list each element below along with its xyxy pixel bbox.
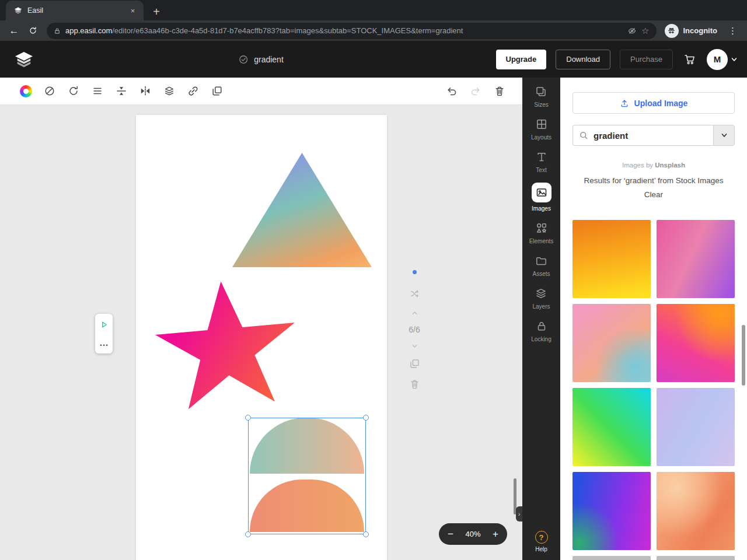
sidebar-collapse-handle[interactable]: ›: [516, 506, 522, 522]
stock-image-thumbnail-10[interactable]: [657, 556, 735, 560]
tab-close-icon[interactable]: ×: [128, 6, 138, 16]
app-body: … 6/6 − 40% + › SizesLayoutsTextImagesEl…: [0, 78, 747, 560]
eye-off-icon[interactable]: [627, 26, 637, 36]
upload-image-button[interactable]: Upload Image: [573, 92, 735, 114]
page-indicator: 6/6: [409, 325, 420, 334]
layers-icon: [163, 85, 175, 97]
artboard[interactable]: [136, 115, 387, 560]
sidebar-item-label: Locking: [531, 336, 551, 342]
assets-icon: [534, 254, 548, 268]
stock-image-thumbnail-6[interactable]: [657, 388, 735, 466]
chevron-down-icon: [731, 56, 738, 63]
zoom-in-button[interactable]: +: [493, 529, 498, 539]
align-middle-button[interactable]: [115, 85, 128, 97]
duplicate-page-icon[interactable]: [409, 358, 420, 369]
color-wheel-button[interactable]: [19, 85, 32, 97]
layouts-icon: [535, 117, 549, 131]
bookmark-star-icon[interactable]: ☆: [641, 26, 649, 35]
browser-menu-icon[interactable]: ⋮: [724, 26, 741, 36]
sidebar-item-images[interactable]: Images: [532, 183, 551, 212]
resize-handle-bottom-right[interactable]: [363, 531, 369, 537]
delete-page-icon[interactable]: [409, 379, 420, 390]
redo-icon: [470, 85, 481, 97]
sidebar-item-text[interactable]: Text: [535, 150, 549, 173]
arch-top-shape[interactable]: [250, 418, 364, 474]
sidebar-item-locking[interactable]: Locking: [531, 319, 551, 342]
search-row: [573, 125, 735, 146]
sidebar-item-layouts[interactable]: Layouts: [531, 117, 551, 141]
search-filter-dropdown[interactable]: [713, 125, 735, 146]
purchase-button[interactable]: Purchase: [620, 50, 673, 69]
stock-image-thumbnail-8[interactable]: [657, 472, 735, 550]
sidebar-item-assets[interactable]: Assets: [532, 254, 550, 277]
avatar[interactable]: M: [707, 49, 728, 70]
trash-button[interactable]: [493, 85, 506, 97]
triangle-shape[interactable]: [232, 153, 372, 267]
clear-button[interactable]: Clear: [644, 190, 663, 199]
sidebar-item-layers[interactable]: Layers: [532, 286, 550, 310]
stock-image-thumbnail-5[interactable]: [573, 388, 651, 466]
stock-image-thumbnail-2[interactable]: [657, 220, 735, 298]
nav-sidebar: SizesLayoutsTextImagesElementsAssetsLaye…: [522, 78, 560, 560]
nav-sidebar-items: SizesLayoutsTextImagesElementsAssetsLaye…: [522, 85, 560, 352]
stock-image-thumbnail-4[interactable]: [657, 304, 735, 382]
zoom-out-button[interactable]: −: [448, 529, 453, 539]
resize-handle-top-right[interactable]: [363, 415, 369, 421]
document-title[interactable]: gradient: [238, 54, 284, 65]
canvas-area[interactable]: … 6/6 − 40% + ›: [0, 105, 522, 560]
upgrade-button[interactable]: Upgrade: [496, 50, 547, 69]
help-button[interactable]: ? Help: [535, 531, 548, 552]
arch-bottom-shape[interactable]: [250, 480, 364, 532]
back-button[interactable]: ←: [6, 23, 22, 39]
redo-button[interactable]: [469, 85, 482, 97]
flip-horizontal-button[interactable]: [139, 85, 152, 97]
rotate-button[interactable]: [67, 85, 80, 97]
sidebar-item-label: Assets: [532, 271, 550, 277]
layers-button[interactable]: [163, 85, 176, 97]
panel-scrollbar[interactable]: [742, 325, 745, 386]
link-button[interactable]: [187, 85, 200, 97]
incognito-label: Incognito: [683, 26, 718, 35]
cart-icon[interactable]: [683, 53, 696, 66]
selected-element[interactable]: [248, 418, 366, 534]
undo-button[interactable]: [445, 85, 458, 97]
star-shape[interactable]: [151, 275, 302, 415]
stock-image-thumbnail-7[interactable]: [573, 472, 651, 550]
search-box[interactable]: [573, 125, 713, 146]
address-bar[interactable]: app.easil.com/editor/e63aa46b-c3de-4a5d-…: [47, 23, 657, 39]
sidebar-item-elements[interactable]: Elements: [529, 221, 554, 244]
unsplash-link[interactable]: Unsplash: [655, 162, 685, 169]
easil-logo[interactable]: [14, 51, 34, 68]
stock-image-thumbnail-9[interactable]: [573, 556, 651, 560]
sidebar-item-sizes[interactable]: Sizes: [534, 85, 548, 108]
browser-tab[interactable]: Easil ×: [6, 1, 144, 20]
resize-handle-bottom-left[interactable]: [245, 531, 251, 537]
flip-horizontal-icon: [139, 85, 151, 97]
account-menu[interactable]: M: [707, 49, 738, 70]
resize-handle-top-left[interactable]: [245, 415, 251, 421]
shuffle-disabled-icon[interactable]: [409, 288, 420, 299]
reload-icon: [29, 26, 37, 35]
image-search-input[interactable]: [594, 131, 707, 141]
duplicate-button[interactable]: [211, 85, 224, 97]
stock-image-thumbnail-1[interactable]: [573, 220, 651, 298]
sidebar-item-label: Text: [536, 167, 546, 173]
more-options-button[interactable]: …: [98, 337, 110, 349]
animate-play-button[interactable]: [98, 318, 110, 330]
zoom-control: − 40% +: [439, 523, 507, 545]
download-button[interactable]: Download: [556, 50, 610, 69]
undo-icon: [446, 85, 458, 97]
opacity-button[interactable]: [43, 85, 56, 97]
reload-button[interactable]: [25, 23, 41, 39]
status-indicator-dot: [413, 270, 417, 274]
text-icon: [535, 150, 549, 164]
url-domain: app.easil.com: [65, 26, 112, 35]
page-down-icon[interactable]: [410, 342, 419, 351]
browser-tab-strip: Easil × +: [0, 0, 747, 20]
page-up-icon[interactable]: [410, 309, 419, 317]
lock-icon[interactable]: [54, 27, 61, 34]
order-button[interactable]: [91, 85, 104, 97]
new-tab-button[interactable]: +: [148, 3, 165, 20]
duplicate-icon: [211, 85, 223, 97]
stock-image-thumbnail-3[interactable]: [573, 304, 651, 382]
